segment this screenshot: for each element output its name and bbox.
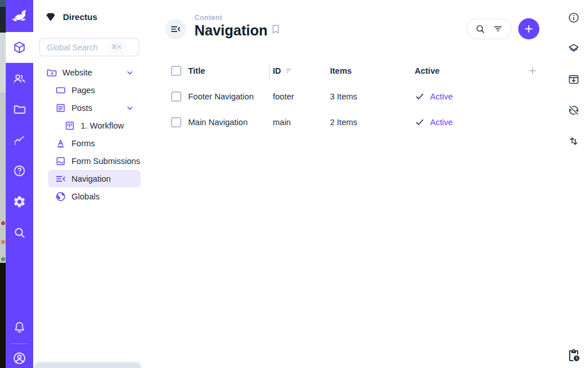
- column-id-label: ID: [273, 66, 281, 75]
- nav-item-label: Form Submissions: [71, 157, 140, 166]
- info-icon: [567, 11, 580, 24]
- create-item-button[interactable]: [518, 18, 539, 39]
- nav-item-label: Posts: [71, 103, 120, 113]
- module-settings[interactable]: [6, 186, 33, 217]
- column-id[interactable]: ID: [273, 66, 330, 75]
- help-icon: [13, 164, 26, 178]
- bookmark-icon[interactable]: [270, 23, 281, 35]
- add-column-button[interactable]: [525, 65, 538, 77]
- bg-segment: [0, 33, 6, 93]
- project-name: Directus: [63, 12, 97, 22]
- kanban-icon: [64, 120, 76, 131]
- swap-vertical-icon: [567, 135, 580, 147]
- sync-disabled-button[interactable]: [559, 102, 588, 119]
- header-actions: [466, 18, 539, 39]
- directus-rabbit-logo[interactable]: [6, 0, 33, 32]
- search-icon[interactable]: [475, 23, 486, 34]
- global-search[interactable]: ⌘K: [39, 38, 140, 57]
- gear-icon: [13, 195, 26, 209]
- pending-actions-button[interactable]: [559, 349, 588, 362]
- folder-icon: [13, 102, 26, 116]
- column-title[interactable]: Title: [188, 66, 273, 75]
- clipboard-clock-icon: [567, 349, 581, 362]
- module-content[interactable]: [6, 32, 33, 63]
- text-format-icon: [55, 138, 66, 149]
- table-row[interactable]: Footer Navigation footer 3 Items Active: [171, 83, 538, 109]
- main-content: Content Navigation: [143, 0, 559, 368]
- bg-dot: [1, 240, 5, 244]
- cell-id: footer: [273, 92, 330, 101]
- filter-icon[interactable]: [492, 23, 503, 34]
- nav-item-label: Website: [62, 68, 120, 77]
- items-table: Title ID Items Active Footer Navigation …: [171, 58, 538, 135]
- module-users[interactable]: [6, 63, 33, 94]
- check-icon: [415, 117, 425, 127]
- collections-tree: Website Pages Posts: [33, 63, 143, 205]
- sort-button[interactable]: [559, 133, 588, 150]
- sort-icon: [285, 66, 293, 75]
- menu-open-icon: [55, 173, 66, 185]
- cell-id: main: [273, 118, 330, 127]
- user-avatar-button[interactable]: [6, 349, 33, 368]
- bg-segment: [0, 93, 6, 263]
- folder-special-icon: [46, 67, 57, 78]
- plus-icon: [523, 23, 534, 34]
- nav-item-forms[interactable]: Forms: [48, 134, 141, 152]
- global-search-input[interactable]: [47, 43, 104, 52]
- column-items[interactable]: Items: [330, 66, 415, 75]
- project-logo-icon: [45, 11, 57, 23]
- active-label: Active: [430, 118, 453, 127]
- layers-button[interactable]: [559, 40, 588, 57]
- active-label: Active: [430, 92, 453, 101]
- table-header-row: Title ID Items Active: [171, 58, 538, 83]
- app-window: Directus ⌘K Website: [0, 0, 588, 368]
- column-active[interactable]: Active: [415, 66, 525, 75]
- page-header: Content Navigation: [143, 0, 559, 57]
- bg-dot: [1, 257, 5, 261]
- project-row[interactable]: Directus: [33, 0, 143, 33]
- bg-segment: [0, 0, 6, 7]
- rectangle-icon: [55, 85, 66, 96]
- chevron-down-icon[interactable]: [125, 103, 135, 113]
- breadcrumb: Content: [194, 14, 268, 22]
- box-icon: [13, 41, 26, 54]
- nav-item-form-submissions[interactable]: Form Submissions: [48, 152, 141, 170]
- nav-item-label: 1. Workflow: [81, 121, 135, 130]
- bg-dot: [1, 221, 5, 225]
- plus-icon: [527, 65, 538, 77]
- nav-item-website[interactable]: Website: [39, 63, 141, 81]
- row-checkbox[interactable]: [171, 91, 181, 102]
- import-export-button[interactable]: [559, 71, 588, 88]
- nav-item-workflow[interactable]: 1. Workflow: [57, 117, 141, 134]
- cell-active: Active: [415, 91, 525, 102]
- module-search[interactable]: [6, 217, 33, 248]
- sync-disabled-icon: [567, 104, 580, 117]
- module-bar-bottom: [6, 316, 33, 368]
- select-all-checkbox[interactable]: [171, 66, 181, 76]
- bell-icon: [13, 321, 26, 334]
- search-icon: [13, 226, 26, 239]
- bg-segment: [0, 263, 6, 368]
- module-docs[interactable]: [6, 155, 33, 186]
- table-row[interactable]: Main Navigation main 2 Items Active: [171, 109, 538, 135]
- check-icon: [415, 91, 425, 102]
- divider: [11, 343, 27, 344]
- module-files[interactable]: [6, 94, 33, 125]
- right-sidebar: [559, 0, 588, 368]
- nav-item-pages[interactable]: Pages: [48, 81, 141, 99]
- row-checkbox[interactable]: [171, 117, 181, 127]
- collection-icon-button[interactable]: [165, 19, 186, 39]
- desktop-background-strip: [0, 0, 6, 368]
- cell-items: 2 Items: [330, 118, 415, 127]
- notifications-button[interactable]: [6, 316, 33, 339]
- bg-segment: [0, 7, 6, 33]
- module-insights[interactable]: [6, 125, 33, 155]
- info-button[interactable]: [559, 9, 588, 26]
- nav-item-posts[interactable]: Posts: [48, 99, 141, 117]
- module-bar: [6, 0, 33, 368]
- globe-icon: [55, 191, 66, 202]
- nav-item-globals[interactable]: Globals: [48, 187, 141, 205]
- nav-item-navigation[interactable]: Navigation: [48, 170, 141, 187]
- status-popup: [33, 361, 142, 368]
- chevron-down-icon[interactable]: [125, 67, 135, 78]
